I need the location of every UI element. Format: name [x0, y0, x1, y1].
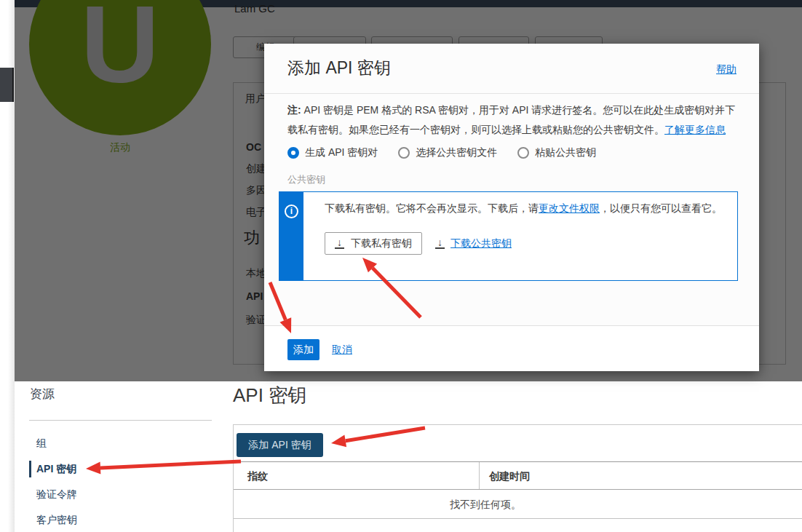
- api-keys-section: 资源 组 API 密钥 验证令牌 客户密钥 API 密钥 添加 API 密钥 指…: [15, 381, 802, 532]
- modal-footer: 添加 取消: [264, 325, 759, 371]
- column-created-time: 创建时间: [489, 462, 530, 491]
- api-keys-table-header: 指纹 创建时间: [234, 461, 802, 490]
- public-key-label: 公共密钥: [287, 173, 325, 186]
- add-api-key-button[interactable]: 添加 API 密钥: [237, 433, 323, 457]
- radio-label: 选择公共密钥文件: [416, 146, 497, 159]
- help-link[interactable]: 帮助: [716, 63, 737, 76]
- download-info-box: i 下载私有密钥。它将不会再次显示。下载后，请更改文件权限，以便只有您可以查看它…: [279, 191, 738, 281]
- download-private-key-button[interactable]: ↓ 下载私有密钥: [325, 232, 422, 255]
- column-divider: [479, 462, 480, 489]
- resources-list: 组 API 密钥 验证令牌 客户密钥: [15, 431, 218, 532]
- radio-generate-key-pair[interactable]: 生成 API 密钥对: [287, 146, 378, 159]
- download-public-key-link[interactable]: ↓ 下载公共密钥: [435, 237, 512, 250]
- modal-note: 注: API 密钥是 PEM 格式的 RSA 密钥对，用于对 API 请求进行签…: [287, 100, 742, 140]
- sidebar-item-secret-keys[interactable]: 客户密钥: [15, 507, 218, 532]
- radio-circle[interactable]: [287, 147, 299, 159]
- download-icon: ↓: [435, 238, 445, 249]
- note-prefix: 注:: [287, 104, 301, 116]
- add-button[interactable]: 添加: [287, 339, 319, 360]
- desktop-edge-strip: [0, 0, 15, 532]
- radio-choose-public-key-file[interactable]: 选择公共密钥文件: [398, 146, 497, 159]
- radio-circle[interactable]: [517, 147, 529, 159]
- change-file-permissions-link[interactable]: 更改文件权限: [539, 202, 600, 214]
- cancel-link[interactable]: 取消: [332, 344, 352, 357]
- radio-paste-public-key[interactable]: 粘贴公共密钥: [517, 146, 596, 159]
- info-circle-icon: i: [285, 205, 298, 218]
- table-empty-row: 找不到任何项。: [234, 491, 802, 519]
- modal-title: 添加 API 密钥: [287, 57, 391, 79]
- resources-heading: 资源: [30, 386, 55, 402]
- api-keys-heading: API 密钥: [233, 383, 306, 408]
- download-actions: ↓ 下载私有密钥 ↓ 下载公共密钥: [325, 232, 512, 255]
- radio-circle[interactable]: [398, 147, 410, 159]
- download-private-key-label: 下载私有密钥: [351, 237, 412, 250]
- sidebar-item-groups[interactable]: 组: [15, 431, 218, 456]
- info-message-post: ，以便只有您可以查看它。: [600, 202, 722, 214]
- add-api-key-modal: 添加 API 密钥 帮助 注: API 密钥是 PEM 格式的 RSA 密钥对，…: [264, 44, 759, 371]
- download-public-key-label: 下载公共密钥: [450, 237, 512, 250]
- empty-message: 找不到任何项。: [450, 491, 521, 519]
- column-fingerprint: 指纹: [247, 462, 268, 491]
- sidebar-item-auth-tokens[interactable]: 验证令牌: [15, 482, 218, 507]
- radio-label: 生成 API 密钥对: [305, 146, 378, 159]
- sidebar-item-api-keys[interactable]: API 密钥: [15, 456, 218, 482]
- info-message: 下载私有密钥。它将不会再次显示。下载后，请更改文件权限，以便只有您可以查看它。: [325, 201, 729, 215]
- radio-label: 粘贴公共密钥: [535, 146, 596, 159]
- api-keys-panel: 添加 API 密钥 指纹 创建时间 找不到任何项。: [233, 424, 802, 532]
- learn-more-link[interactable]: 了解更多信息: [664, 124, 726, 135]
- modal-header: 添加 API 密钥 帮助: [264, 44, 759, 94]
- download-icon: ↓: [335, 238, 344, 249]
- key-source-radio-group: 生成 API 密钥对 选择公共密钥文件 粘贴公共密钥: [287, 146, 596, 159]
- screenshot-stage: Lam GC U 活动 编辑 用户 OC 创建 多因 电子 功 本地 API 验…: [0, 0, 802, 532]
- resources-divider: [29, 420, 212, 421]
- docked-panel-fragment: [0, 68, 14, 102]
- info-message-pre: 下载私有密钥。它将不会再次显示。下载后，请: [325, 202, 539, 214]
- info-stripe: i: [279, 192, 303, 280]
